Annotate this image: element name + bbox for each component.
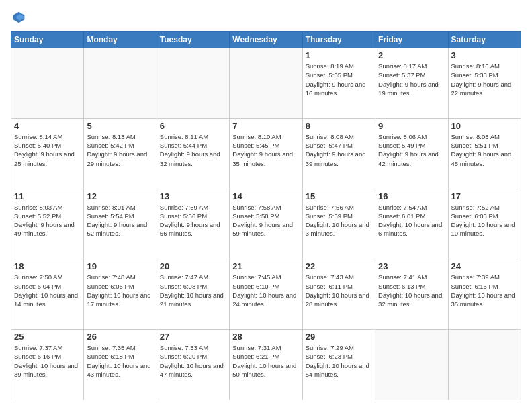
calendar-cell: 15 Sunrise: 7:56 AMSunset: 5:59 PMDaylig…	[302, 189, 375, 259]
cell-info: Sunrise: 7:59 AMSunset: 5:56 PMDaylight:…	[160, 203, 226, 238]
calendar-cell: 18 Sunrise: 7:50 AMSunset: 6:04 PMDaylig…	[11, 259, 84, 330]
cell-date: 15	[306, 191, 372, 201]
calendar-cell	[84, 48, 157, 119]
calendar-cell	[11, 48, 84, 119]
cell-date: 4	[14, 121, 81, 131]
cell-date: 12	[87, 191, 153, 201]
calendar-cell	[157, 48, 229, 119]
header-row: Sunday Monday Tuesday Wednesday Thursday…	[11, 32, 521, 48]
calendar-cell: 5 Sunrise: 8:13 AMSunset: 5:42 PMDayligh…	[84, 118, 157, 189]
cell-date: 23	[378, 261, 445, 271]
cell-date: 10	[451, 121, 518, 131]
cell-info: Sunrise: 8:10 AMSunset: 5:45 PMDaylight:…	[232, 132, 299, 168]
cell-date: 7	[232, 121, 299, 131]
calendar-cell: 17 Sunrise: 7:52 AMSunset: 6:03 PMDaylig…	[448, 189, 521, 259]
cell-info: Sunrise: 7:48 AMSunset: 6:06 PMDaylight:…	[87, 273, 153, 308]
cell-info: Sunrise: 7:50 AMSunset: 6:04 PMDaylight:…	[14, 273, 81, 308]
cell-date: 1	[306, 50, 372, 60]
cell-date: 24	[451, 261, 518, 271]
calendar-cell: 25 Sunrise: 7:37 AMSunset: 6:16 PMDaylig…	[11, 330, 84, 400]
calendar-cell	[375, 330, 448, 400]
cell-info: Sunrise: 7:58 AMSunset: 5:58 PMDaylight:…	[232, 203, 299, 238]
col-saturday: Saturday	[448, 32, 521, 48]
calendar-cell	[230, 48, 302, 119]
calendar-cell: 2 Sunrise: 8:17 AMSunset: 5:37 PMDayligh…	[375, 48, 448, 119]
calendar-week-row: 1 Sunrise: 8:19 AMSunset: 5:35 PMDayligh…	[11, 48, 521, 119]
cell-date: 13	[160, 191, 226, 201]
cell-info: Sunrise: 7:54 AMSunset: 6:01 PMDaylight:…	[378, 203, 445, 238]
col-thursday: Thursday	[302, 32, 375, 48]
cell-date: 21	[232, 261, 299, 271]
cell-date: 29	[306, 332, 372, 342]
calendar-cell: 10 Sunrise: 8:05 AMSunset: 5:51 PMDaylig…	[448, 118, 521, 189]
calendar-cell: 22 Sunrise: 7:43 AMSunset: 6:11 PMDaylig…	[302, 259, 375, 330]
calendar-cell: 4 Sunrise: 8:14 AMSunset: 5:40 PMDayligh…	[11, 118, 84, 189]
col-monday: Monday	[84, 32, 157, 48]
calendar-week-row: 4 Sunrise: 8:14 AMSunset: 5:40 PMDayligh…	[11, 118, 521, 189]
calendar-cell: 24 Sunrise: 7:39 AMSunset: 6:15 PMDaylig…	[448, 259, 521, 330]
col-wednesday: Wednesday	[230, 32, 302, 48]
cell-date: 2	[378, 50, 445, 60]
header	[11, 11, 521, 24]
cell-info: Sunrise: 7:41 AMSunset: 6:13 PMDaylight:…	[378, 273, 445, 308]
calendar-cell: 20 Sunrise: 7:47 AMSunset: 6:08 PMDaylig…	[157, 259, 229, 330]
cell-date: 17	[451, 191, 518, 201]
cell-date: 9	[378, 121, 445, 131]
cell-info: Sunrise: 7:47 AMSunset: 6:08 PMDaylight:…	[160, 273, 226, 308]
cell-date: 3	[451, 50, 518, 60]
calendar-table: Sunday Monday Tuesday Wednesday Thursday…	[11, 31, 521, 400]
calendar-week-row: 11 Sunrise: 8:03 AMSunset: 5:52 PMDaylig…	[11, 189, 521, 259]
cell-info: Sunrise: 7:33 AMSunset: 6:20 PMDaylight:…	[160, 343, 226, 379]
calendar-cell: 16 Sunrise: 7:54 AMSunset: 6:01 PMDaylig…	[375, 189, 448, 259]
calendar-cell: 28 Sunrise: 7:31 AMSunset: 6:21 PMDaylig…	[230, 330, 302, 400]
cell-info: Sunrise: 8:17 AMSunset: 5:37 PMDaylight:…	[378, 62, 445, 97]
col-sunday: Sunday	[11, 32, 84, 48]
cell-date: 18	[14, 261, 81, 271]
calendar-cell: 9 Sunrise: 8:06 AMSunset: 5:49 PMDayligh…	[375, 118, 448, 189]
cell-info: Sunrise: 8:16 AMSunset: 5:38 PMDaylight:…	[451, 62, 518, 97]
cell-date: 11	[14, 191, 81, 201]
calendar-cell: 8 Sunrise: 8:08 AMSunset: 5:47 PMDayligh…	[302, 118, 375, 189]
cell-date: 26	[87, 332, 153, 342]
calendar-cell: 23 Sunrise: 7:41 AMSunset: 6:13 PMDaylig…	[375, 259, 448, 330]
calendar-cell: 29 Sunrise: 7:29 AMSunset: 6:23 PMDaylig…	[302, 330, 375, 400]
cell-info: Sunrise: 8:08 AMSunset: 5:47 PMDaylight:…	[306, 132, 372, 168]
cell-date: 22	[306, 261, 372, 271]
cell-info: Sunrise: 7:37 AMSunset: 6:16 PMDaylight:…	[14, 343, 81, 379]
calendar-cell: 21 Sunrise: 7:45 AMSunset: 6:10 PMDaylig…	[230, 259, 302, 330]
cell-info: Sunrise: 8:19 AMSunset: 5:35 PMDaylight:…	[306, 62, 372, 97]
calendar-cell: 1 Sunrise: 8:19 AMSunset: 5:35 PMDayligh…	[302, 48, 375, 119]
calendar-week-row: 18 Sunrise: 7:50 AMSunset: 6:04 PMDaylig…	[11, 259, 521, 330]
cell-date: 28	[232, 332, 299, 342]
calendar-cell: 11 Sunrise: 8:03 AMSunset: 5:52 PMDaylig…	[11, 189, 84, 259]
cell-date: 8	[306, 121, 372, 131]
calendar-cell: 7 Sunrise: 8:10 AMSunset: 5:45 PMDayligh…	[230, 118, 302, 189]
cell-info: Sunrise: 8:06 AMSunset: 5:49 PMDaylight:…	[378, 132, 445, 168]
cell-date: 25	[14, 332, 81, 342]
cell-info: Sunrise: 7:35 AMSunset: 6:18 PMDaylight:…	[87, 343, 153, 379]
calendar-cell: 14 Sunrise: 7:58 AMSunset: 5:58 PMDaylig…	[230, 189, 302, 259]
calendar-cell: 19 Sunrise: 7:48 AMSunset: 6:06 PMDaylig…	[84, 259, 157, 330]
cell-date: 20	[160, 261, 226, 271]
cell-info: Sunrise: 7:29 AMSunset: 6:23 PMDaylight:…	[306, 343, 372, 379]
cell-info: Sunrise: 8:03 AMSunset: 5:52 PMDaylight:…	[14, 203, 81, 238]
cell-info: Sunrise: 8:13 AMSunset: 5:42 PMDaylight:…	[87, 132, 153, 168]
calendar-cell: 27 Sunrise: 7:33 AMSunset: 6:20 PMDaylig…	[157, 330, 229, 400]
calendar-cell: 3 Sunrise: 8:16 AMSunset: 5:38 PMDayligh…	[448, 48, 521, 119]
cell-info: Sunrise: 7:45 AMSunset: 6:10 PMDaylight:…	[232, 273, 299, 308]
calendar-week-row: 25 Sunrise: 7:37 AMSunset: 6:16 PMDaylig…	[11, 330, 521, 400]
cell-date: 19	[87, 261, 153, 271]
col-tuesday: Tuesday	[157, 32, 229, 48]
cell-date: 5	[87, 121, 153, 131]
cell-info: Sunrise: 7:39 AMSunset: 6:15 PMDaylight:…	[451, 273, 518, 308]
cell-info: Sunrise: 8:05 AMSunset: 5:51 PMDaylight:…	[451, 132, 518, 168]
cell-info: Sunrise: 7:52 AMSunset: 6:03 PMDaylight:…	[451, 203, 518, 238]
calendar-cell: 12 Sunrise: 8:01 AMSunset: 5:54 PMDaylig…	[84, 189, 157, 259]
calendar-cell: 6 Sunrise: 8:11 AMSunset: 5:44 PMDayligh…	[157, 118, 229, 189]
col-friday: Friday	[375, 32, 448, 48]
cell-date: 27	[160, 332, 226, 342]
calendar-cell: 13 Sunrise: 7:59 AMSunset: 5:56 PMDaylig…	[157, 189, 229, 259]
cell-info: Sunrise: 8:11 AMSunset: 5:44 PMDaylight:…	[160, 132, 226, 168]
calendar-cell: 26 Sunrise: 7:35 AMSunset: 6:18 PMDaylig…	[84, 330, 157, 400]
logo	[11, 11, 26, 24]
